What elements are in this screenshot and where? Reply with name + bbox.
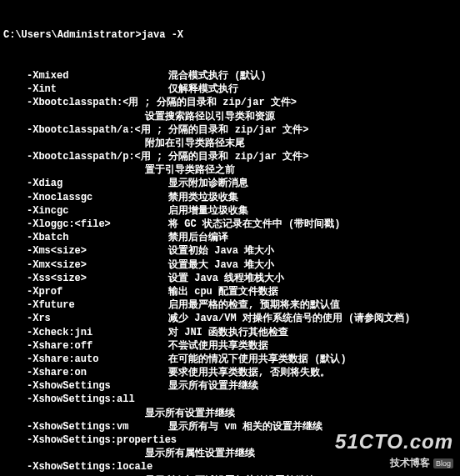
option-flag: -Xcheck:jni — [3, 326, 168, 339]
option-row: -Xnoclassgc禁用类垃圾收集 — [3, 191, 457, 204]
option-row: -Xincgc启用增量垃圾收集 — [3, 204, 457, 218]
option-flag: -Xint — [3, 83, 168, 96]
watermark-sub: 技术博客 — [390, 457, 430, 468]
option-flag: -Xloggc:<file> — [3, 218, 168, 231]
option-flag: -Xshare:auto — [3, 353, 168, 366]
option-flag: -Xdiag — [3, 177, 168, 190]
command-prompt: C:\Users\Administrator>java -X — [3, 28, 457, 42]
option-row: -Xss<size>设置 Java 线程堆栈大小 — [3, 272, 457, 285]
option-row: -XshowSettings:all — [3, 393, 457, 406]
option-desc: 不尝试使用共享类数据 — [168, 340, 268, 352]
option-row: -Xshare:off不尝试使用共享类数据 — [3, 339, 457, 353]
option-cont: 显示所有设置并继续 — [3, 407, 457, 420]
option-desc: 仅解释模式执行 — [168, 83, 238, 95]
option-desc: 禁用后台编译 — [168, 232, 228, 243]
option-row: -Xshare:on要求使用共享类数据, 否则将失败。 — [3, 366, 457, 379]
option-flag: -XshowSettings — [3, 379, 168, 393]
option-desc: 显示附加诊断消息 — [168, 178, 248, 189]
option-desc: 设置 Java 线程堆栈大小 — [168, 273, 284, 284]
option-flag: -Xbatch — [3, 231, 168, 244]
option-flag: -Xfuture — [3, 298, 168, 312]
option-desc: 启用增量垃圾收集 — [168, 205, 248, 217]
option-cont: 置于引导类路径之前 — [3, 163, 457, 177]
option-row: -Xrs减少 Java/VM 对操作系统信号的使用 (请参阅文档) — [3, 312, 457, 325]
option-flag: -Xnoclassgc — [3, 191, 168, 204]
watermark-main: 51CTO.com — [335, 428, 453, 455]
option-row: -Xbootclasspath/p:<用 ; 分隔的目录和 zip/jar 文件… — [3, 150, 457, 163]
option-flag: -Xss<size> — [3, 272, 168, 285]
option-flag: -Xbootclasspath/p:<用 ; 分隔的目录和 zip/jar 文件… — [3, 150, 308, 163]
option-flag: -Xbootclasspath/a:<用 ; 分隔的目录和 zip/jar 文件… — [3, 123, 308, 137]
option-row: -Xint仅解释模式执行 — [3, 83, 457, 96]
option-desc: 设置最大 Java 堆大小 — [168, 259, 274, 271]
option-row: -Xmixed混合模式执行 (默认) — [3, 69, 457, 83]
option-flag: -XshowSettings:vm — [3, 420, 168, 433]
option-row: -Xloggc:<file>将 GC 状态记录在文件中 (带时间戳) — [3, 218, 457, 231]
option-row: -Xbootclasspath:<用 ; 分隔的目录和 zip/jar 文件> — [3, 96, 457, 109]
option-desc: 输出 cpu 配置文件数据 — [168, 286, 278, 298]
option-row: -Xbootclasspath/a:<用 ; 分隔的目录和 zip/jar 文件… — [3, 123, 457, 137]
option-row: -Xprof输出 cpu 配置文件数据 — [3, 285, 457, 298]
option-flag: -Xrs — [3, 312, 168, 325]
option-flag: -XshowSettings:locale — [3, 460, 152, 473]
option-cont: 附加在引导类路径末尾 — [3, 137, 457, 150]
options-list: -Xmixed混合模式执行 (默认)-Xint仅解释模式执行-Xbootclas… — [3, 69, 457, 476]
terminal-output: C:\Users\Administrator>java -X -Xmixed混合… — [0, 0, 460, 476]
option-row: -Xms<size>设置初始 Java 堆大小 — [3, 244, 457, 258]
option-flag: -XshowSettings:all — [3, 393, 135, 406]
option-flag: -Xmixed — [3, 69, 168, 83]
option-desc: 禁用类垃圾收集 — [168, 192, 238, 203]
watermark-sub-row: 技术博客Blog — [335, 456, 453, 469]
option-row: -Xcheck:jni对 JNI 函数执行其他检查 — [3, 326, 457, 339]
option-flag: -Xmx<size> — [3, 258, 168, 272]
option-row: -Xshare:auto在可能的情况下使用共享类数据 (默认) — [3, 353, 457, 366]
watermark: 51CTO.com 技术博客Blog — [335, 428, 453, 469]
option-desc: 启用最严格的检查, 预期将来的默认值 — [168, 299, 340, 311]
option-desc: 混合模式执行 (默认) — [168, 70, 267, 82]
option-flag: -Xshare:on — [3, 366, 168, 379]
option-flag: -Xprof — [3, 285, 168, 298]
option-desc: 减少 Java/VM 对操作系统信号的使用 (请参阅文档) — [168, 313, 410, 324]
option-flag: -Xincgc — [3, 204, 168, 218]
option-desc: 对 JNI 函数执行其他检查 — [168, 327, 288, 338]
option-row: -Xbatch禁用后台编译 — [3, 231, 457, 244]
option-row: -Xdiag显示附加诊断消息 — [3, 177, 457, 190]
option-desc: 显示所有与 vm 相关的设置并继续 — [168, 421, 322, 433]
option-desc: 设置初始 Java 堆大小 — [168, 245, 274, 257]
option-desc: 要求使用共享类数据, 否则将失败。 — [168, 367, 330, 378]
option-desc: 在可能的情况下使用共享类数据 (默认) — [168, 353, 347, 365]
option-desc: 将 GC 状态记录在文件中 (带时间戳) — [168, 218, 340, 230]
option-flag: -Xbootclasspath:<用 ; 分隔的目录和 zip/jar 文件> — [3, 96, 297, 109]
option-row: -Xmx<size>设置最大 Java 堆大小 — [3, 258, 457, 272]
option-row: -XshowSettings显示所有设置并继续 — [3, 379, 457, 393]
option-desc: 显示所有设置并继续 — [168, 380, 258, 392]
option-cont: 设置搜索路径以引导类和资源 — [3, 110, 457, 123]
watermark-tag: Blog — [433, 458, 453, 468]
option-flag: -Xms<size> — [3, 244, 168, 258]
option-row: -Xfuture启用最严格的检查, 预期将来的默认值 — [3, 298, 457, 312]
option-flag: -Xshare:off — [3, 339, 168, 353]
option-flag: -XshowSettings:properties — [3, 433, 177, 447]
